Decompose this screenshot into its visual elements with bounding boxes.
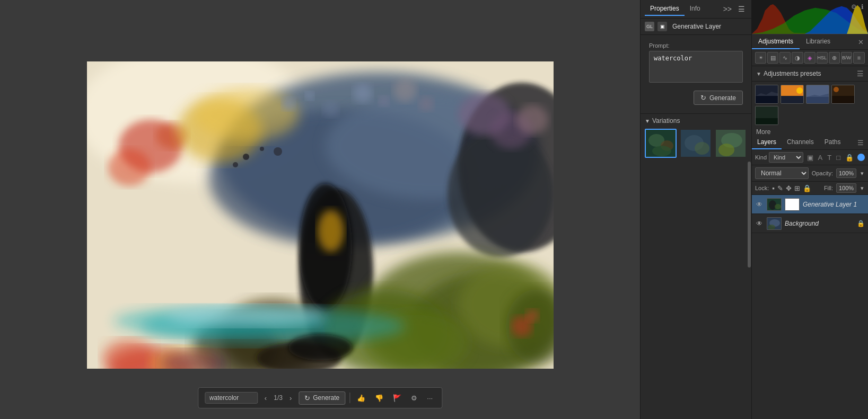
variations-section: ▼ Variations bbox=[641, 114, 751, 161]
properties-panel: Properties Info >> ☰ GL ▣ Generative Lay… bbox=[640, 0, 751, 419]
tab-paths[interactable]: Paths bbox=[819, 136, 846, 149]
preset-thumb-3[interactable] bbox=[806, 85, 829, 104]
fill-input[interactable]: 100% bbox=[836, 183, 856, 193]
svg-point-11 bbox=[193, 88, 299, 141]
expand-icon-btn[interactable]: >> bbox=[721, 4, 734, 14]
adj-vibrance-btn[interactable]: ◈ bbox=[804, 52, 816, 64]
presets-menu-btn[interactable]: ☰ bbox=[857, 69, 864, 78]
blend-mode-select[interactable]: Normal bbox=[755, 167, 809, 179]
svg-rect-62 bbox=[781, 96, 804, 104]
variation-thumb-3[interactable] bbox=[715, 129, 747, 158]
adj-colorbalance-btn[interactable]: ⊕ bbox=[829, 52, 840, 64]
more-label: More bbox=[756, 128, 770, 136]
adj-bw-btn[interactable]: B/W bbox=[841, 52, 852, 64]
layer-vis-generative[interactable]: 👁 bbox=[755, 200, 764, 209]
adj-list-btn[interactable]: ≡ bbox=[853, 52, 865, 64]
presets-header[interactable]: ▼ Adjustments presets ☰ bbox=[752, 66, 868, 82]
preset-thumb-2[interactable] bbox=[781, 85, 804, 104]
background-lock-icon: 🔒 bbox=[857, 220, 865, 227]
svg-point-18 bbox=[419, 96, 434, 111]
panel-icon-buttons: >> ☰ bbox=[721, 4, 747, 14]
prev-btn[interactable]: ‹ bbox=[262, 393, 269, 404]
fill-label: Fill: bbox=[824, 185, 833, 191]
svg-point-16 bbox=[379, 96, 389, 106]
variations-label: Variations bbox=[652, 117, 680, 124]
filter-adjust-btn[interactable]: A bbox=[817, 153, 825, 162]
opacity-label: Opacity: bbox=[812, 170, 833, 176]
svg-point-76 bbox=[768, 225, 775, 230]
preset-more-row[interactable]: More bbox=[752, 128, 868, 136]
generate-label-bottom: Generate bbox=[313, 394, 339, 402]
adj-levels-btn[interactable]: ▤ bbox=[767, 52, 778, 64]
variations-grid bbox=[645, 129, 747, 158]
generate-btn[interactable]: ↻ Generate bbox=[694, 91, 743, 105]
thumbs-down-btn[interactable]: 👎 bbox=[372, 393, 386, 404]
variations-header[interactable]: ▼ Variations bbox=[645, 117, 747, 124]
svg-rect-70 bbox=[756, 118, 778, 125]
opacity-dropdown-btn[interactable]: ▾ bbox=[860, 170, 865, 177]
histogram-icons: ⚙ ℹ bbox=[850, 2, 865, 12]
next-btn[interactable]: › bbox=[287, 393, 294, 404]
opacity-input[interactable]: 100% bbox=[836, 168, 856, 178]
refresh-icon: ↻ bbox=[304, 394, 310, 402]
kind-label: Kind bbox=[755, 154, 767, 161]
flag-btn[interactable]: 🚩 bbox=[390, 393, 404, 404]
lock-transparent-btn[interactable]: ▪ bbox=[772, 184, 775, 192]
adj-hsl-btn[interactable]: HSL bbox=[817, 52, 828, 64]
tab-channels[interactable]: Channels bbox=[782, 136, 819, 149]
filter-smart-btn[interactable]: 🔒 bbox=[844, 153, 855, 162]
adj-brightness-btn[interactable]: ☀ bbox=[755, 52, 766, 64]
filter-type-btn[interactable]: T bbox=[826, 153, 833, 162]
properties-scrollbar bbox=[641, 161, 751, 419]
search-input[interactable]: watercolor bbox=[205, 392, 258, 404]
svg-rect-65 bbox=[806, 97, 829, 104]
thumbs-up-btn[interactable]: 👍 bbox=[354, 393, 368, 404]
layer-row-generative[interactable]: 👁 Generative Layer 1 bbox=[752, 195, 868, 214]
layers-search-row: Kind Kind ▣ A T □ 🔒 bbox=[752, 150, 868, 165]
lock-row: Lock: ▪ ✎ ✥ ⊞ 🔒 Fill: 100% ▾ bbox=[752, 182, 868, 195]
layer-mask-generative bbox=[785, 198, 800, 211]
adj-exposure-btn[interactable]: ◑ bbox=[792, 52, 803, 64]
svg-point-6 bbox=[448, 130, 554, 257]
more-btn[interactable]: ··· bbox=[424, 393, 435, 404]
canvas-wrapper bbox=[87, 61, 554, 369]
layer-vis-background[interactable]: 👁 bbox=[755, 219, 764, 228]
svg-point-17 bbox=[393, 79, 417, 102]
menu-icon-btn[interactable]: ☰ bbox=[736, 4, 747, 14]
tab-info[interactable]: Info bbox=[685, 2, 706, 16]
variation-thumb-1[interactable] bbox=[645, 129, 677, 158]
tab-adjustments[interactable]: Adjustments bbox=[752, 34, 800, 49]
svg-point-47 bbox=[233, 162, 238, 167]
tab-layers[interactable]: Layers bbox=[752, 136, 782, 149]
filter-shape-btn[interactable]: □ bbox=[835, 153, 842, 162]
tab-properties[interactable]: Properties bbox=[645, 2, 685, 16]
layers-filter-icons: ▣ A T □ 🔒 bbox=[805, 153, 855, 162]
filter-toggle-btn[interactable] bbox=[857, 154, 865, 161]
lock-artboard-btn[interactable]: ⊞ bbox=[794, 184, 800, 192]
prompt-textarea[interactable]: watercolor bbox=[649, 51, 743, 83]
prompt-label: Prompt: bbox=[645, 39, 747, 51]
bottom-toolbar: watercolor ‹ 1/3 › ↻ Generate 👍 👎 🚩 ⚙ ··… bbox=[198, 387, 442, 408]
settings-btn[interactable]: ⚙ bbox=[408, 393, 420, 404]
adj-panel-close-btn[interactable]: ✕ bbox=[854, 36, 868, 48]
lock-position-btn[interactable]: ✥ bbox=[786, 184, 792, 192]
preset-thumb-1[interactable] bbox=[755, 85, 778, 104]
svg-point-46 bbox=[274, 147, 282, 156]
generate-btn-label: Generate bbox=[709, 94, 736, 102]
lock-image-btn[interactable]: ✎ bbox=[777, 184, 783, 192]
kind-select[interactable]: Kind bbox=[769, 152, 803, 163]
lock-all-btn[interactable]: 🔒 bbox=[803, 184, 811, 192]
preset-thumb-5[interactable] bbox=[755, 106, 778, 125]
fill-dropdown-btn[interactable]: ▾ bbox=[860, 185, 865, 192]
filter-pixel-btn[interactable]: ▣ bbox=[805, 153, 815, 162]
generate-button-bottom[interactable]: ↻ Generate bbox=[299, 391, 345, 405]
variation-thumb-2[interactable] bbox=[680, 129, 712, 158]
histogram-settings-btn[interactable]: ⚙ bbox=[850, 2, 858, 12]
adj-toolbar: ☀ ▤ ∿ ◑ ◈ HSL ⊕ B/W ≡ bbox=[752, 50, 868, 66]
adj-curves-btn[interactable]: ∿ bbox=[779, 52, 791, 64]
preset-thumb-4[interactable] bbox=[831, 85, 855, 104]
tab-libraries[interactable]: Libraries bbox=[800, 34, 837, 49]
layer-row-background[interactable]: 👁 Background 🔒 bbox=[752, 214, 868, 233]
layers-menu-btn[interactable]: ☰ bbox=[853, 137, 868, 149]
histogram-info-btn[interactable]: ℹ bbox=[860, 2, 865, 12]
